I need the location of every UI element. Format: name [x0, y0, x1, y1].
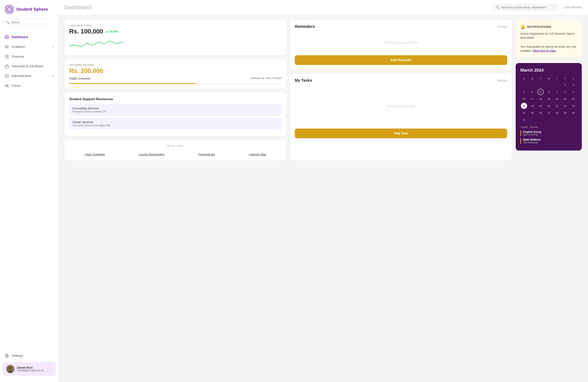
tasks-empty: Start by adding a task — [295, 86, 507, 126]
column-1: AVAILABLE FUNDS Rs. 100,000 ▲ 14.50% UPC… — [64, 20, 286, 161]
notifications-title: NOTIFICATIONS — [527, 25, 551, 28]
avatar — [6, 365, 14, 373]
sidebar-item-administrative[interactable]: Administrative ▾ — [0, 71, 58, 81]
cal-day-25[interactable]: 25 — [529, 110, 535, 116]
settings-icon — [5, 354, 9, 358]
support-item-counseling[interactable]: Counseling Services Emergency hotline av… — [69, 104, 282, 116]
support-card: Student Support Resources Counseling Ser… — [64, 93, 286, 136]
app-logo: Student Sphere — [0, 5, 58, 19]
cal-day-3[interactable]: 3 — [521, 89, 527, 95]
event-1-title: English Essay — [523, 130, 542, 133]
cal-day-18[interactable]: 18 — [529, 103, 535, 109]
cal-day-24[interactable]: 24 — [521, 110, 527, 116]
cal-day-12[interactable]: 12 — [537, 96, 544, 102]
add-task-button[interactable]: Add Task — [295, 128, 507, 138]
quick-link-course-registration[interactable]: Course Registration — [139, 153, 165, 156]
user-profile[interactable]: Zainab Rizvi sr06898@st.habib.edu.pk ⋮ — [2, 362, 56, 376]
view-wishlist-link[interactable]: View Wishlist — [564, 6, 582, 9]
tasks-card: My Tasks Manage Start by adding a task A… — [290, 74, 512, 161]
cal-day-20[interactable]: 20 — [546, 103, 552, 109]
academic-chevron-icon: ▾ — [52, 45, 53, 48]
search-icon: 🔍 — [6, 21, 9, 24]
dow-m: M — [528, 77, 536, 81]
reminders-manage[interactable]: Manage — [497, 25, 507, 28]
svg-point-19 — [6, 355, 7, 356]
tasks-title: My Tasks — [295, 78, 312, 83]
cal-day-26[interactable]: 26 — [537, 110, 544, 116]
tasks-header: My Tasks Manage — [295, 78, 507, 83]
topbar-search-icon: 🔍 — [496, 6, 500, 9]
cal-day-29[interactable]: 29 — [562, 110, 568, 116]
main-area: Dashboard 🔍 View Wishlist AVAILABLE FUND… — [58, 0, 588, 382]
cal-day-31[interactable]: 31 — [521, 117, 527, 123]
cal-day-14[interactable]: 14 — [554, 96, 560, 102]
quick-link-financial-aid[interactable]: Financial Aid — [198, 153, 215, 156]
tasks-manage[interactable]: Manage — [497, 79, 507, 82]
svg-text:$: $ — [6, 55, 8, 58]
settings-item[interactable]: Settings — [0, 351, 58, 361]
user-info: Zainab Rizvi sr06898@st.habib.edu.pk — [17, 366, 46, 372]
cal-day-23[interactable]: 23 — [570, 103, 577, 109]
cal-day-8[interactable]: 8 — [562, 89, 568, 95]
counseling-title: Counseling Services — [72, 106, 278, 110]
cal-day-7[interactable]: 7 — [554, 89, 560, 95]
administrative-icon — [5, 74, 9, 78]
avatar-image — [6, 365, 14, 373]
quick-links-label: QUICK LINKS — [69, 145, 282, 147]
user-name: Zainab Rizvi — [17, 366, 46, 369]
topbar-search-input[interactable] — [501, 6, 555, 9]
cal-day-4[interactable]: 4 — [529, 89, 535, 95]
cal-empty-4 — [546, 82, 552, 88]
cal-day-10[interactable]: 10 — [521, 96, 527, 102]
calendar-card: March 2024 S M T W T F S — [516, 63, 582, 150]
funds-label: AVAILABLE FUNDS — [69, 24, 282, 27]
cal-day-5[interactable]: 5 — [537, 89, 544, 95]
user-more-icon[interactable]: ⋮ — [48, 367, 52, 371]
quick-link-class-schedule[interactable]: Class Schedule — [84, 153, 105, 156]
column-3: 🔔 NOTIFICATIONS Course Registration for … — [516, 20, 582, 161]
user-email: sr06898@st.habib.edu.pk — [17, 369, 46, 372]
cal-day-11[interactable]: 11 — [529, 96, 535, 102]
cal-day-28[interactable]: 28 — [554, 110, 560, 116]
sidebar-item-finances[interactable]: $ Finances — [0, 52, 58, 62]
career-sub: Job search workshop on August 25th — [72, 124, 278, 127]
add-reminder-button[interactable]: Add Reminder — [295, 55, 507, 65]
grid-layout: AVAILABLE FUNDS Rs. 100,000 ▲ 14.50% UPC… — [64, 20, 582, 161]
reminders-card: Reminders Manage Start by adding a remin… — [290, 20, 512, 70]
cal-empty-5 — [554, 82, 560, 88]
sidebar-item-academic[interactable]: Academic ▾ — [0, 42, 58, 52]
cal-day-19[interactable]: 19 — [537, 103, 544, 109]
sidebar-item-internship[interactable]: Internship & Job Board — [0, 62, 58, 71]
cal-day-17-today[interactable]: 17 — [521, 103, 527, 109]
dashboard-content: AVAILABLE FUNDS Rs. 100,000 ▲ 14.50% UPC… — [58, 15, 588, 382]
settings-label: Settings — [12, 354, 23, 358]
cal-day-27[interactable]: 27 — [546, 110, 552, 116]
notifications-card: 🔔 NOTIFICATIONS Course Registration for … — [516, 20, 582, 59]
sidebar-search-input[interactable] — [4, 19, 54, 26]
notif-link[interactable]: Click here to view. — [533, 49, 556, 52]
cal-day-21[interactable]: 21 — [554, 103, 560, 109]
dow-t2: T — [553, 77, 561, 81]
support-item-career[interactable]: Career Services Job search workshop on A… — [69, 118, 282, 129]
svg-point-21 — [9, 366, 12, 370]
cal-day-2[interactable]: 2 — [570, 82, 577, 88]
cal-day-30[interactable]: 30 — [570, 110, 577, 116]
sidebar-divider — [4, 348, 54, 349]
cal-day-6[interactable]: 6 — [546, 89, 552, 95]
svg-rect-13 — [5, 74, 8, 78]
cal-day-16[interactable]: 16 — [570, 96, 577, 102]
cal-day-9[interactable]: 9 — [570, 89, 577, 95]
cal-day-13[interactable]: 13 — [546, 96, 552, 102]
notification-1: Course Registration for Fall Semester Op… — [520, 32, 577, 40]
support-title: Student Support Resources — [69, 97, 282, 101]
event-2-info: Math Midterm Due Tomorrow — [523, 138, 541, 144]
cal-day-22[interactable]: 22 — [562, 103, 568, 109]
sidebar-item-administrative-label: Administrative — [12, 74, 31, 78]
sidebar-item-dashboard[interactable]: Dashboard — [0, 32, 58, 42]
sidebar-item-forum[interactable]: Forum — [0, 81, 58, 91]
column-2: Reminders Manage Start by adding a remin… — [290, 20, 512, 161]
cal-day-15[interactable]: 15 — [562, 96, 568, 102]
cal-day-1[interactable]: 1 — [562, 82, 568, 88]
funds-chart — [69, 38, 124, 50]
quick-link-campus-map[interactable]: Campus Map — [249, 153, 266, 156]
